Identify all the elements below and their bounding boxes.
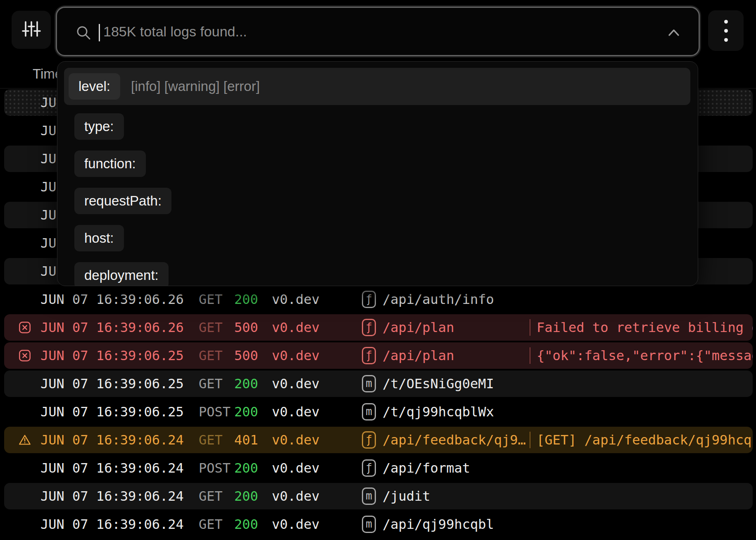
log-timestamp: JUN 07 16:39:06.24 [40, 488, 199, 504]
log-timestamp: JUN 07 16:39:06.26 [40, 292, 199, 307]
host: v0.dev [272, 432, 362, 448]
suggestion-item-level[interactable]: level:[info] [warning] [error] [64, 68, 690, 105]
log-row[interactable]: JUN 07 16:39:06.24GET200v0.devm/judit [0, 482, 756, 510]
level-icon-slot [18, 265, 31, 278]
host: v0.dev [272, 348, 362, 363]
status-code: 200 [234, 292, 272, 307]
log-row-content: JUN 07 16:39:06.24GET401v0.devƒ/api/feed… [4, 427, 753, 453]
log-timestamp: JUN 07 16:39:06.24 [40, 460, 199, 476]
function-icon: ƒ [362, 319, 376, 336]
request-path: /api/qj99hcqbl [383, 516, 530, 532]
status-code: 401 [234, 432, 272, 448]
http-method: GET [199, 376, 234, 392]
search-bar [56, 7, 700, 56]
log-row-content: JUN 07 16:39:06.24POST200v0.devƒ/api/for… [4, 455, 753, 481]
host: v0.dev [272, 292, 362, 307]
log-message: {"ok":false,"error":{"messag [537, 348, 753, 363]
log-row-content: JUN 07 16:39:06.25GET500v0.devƒ/api/plan… [4, 342, 753, 369]
level-icon-slot [18, 405, 31, 418]
chevron-up-icon[interactable] [666, 27, 681, 40]
log-row-content: JUN 07 16:39:06.24GET200v0.devm/api/qj99… [4, 511, 753, 538]
log-message: Failed to retrieve billing d [537, 320, 753, 335]
log-row-content: JUN 07 16:39:06.26GET500v0.devƒ/api/plan… [4, 314, 753, 341]
host: v0.dev [272, 404, 362, 420]
request-path: /api/plan [383, 348, 530, 363]
status-code: 500 [234, 320, 272, 335]
log-row-content: JUN 07 16:39:06.25GET200v0.devm/t/OEsNiG… [4, 370, 753, 397]
log-timestamp: JUN 07 16:39:06.25 [40, 404, 199, 420]
function-icon: ƒ [362, 431, 376, 449]
host: v0.dev [272, 320, 362, 335]
suggestion-item-function[interactable]: function: [74, 151, 146, 177]
log-timestamp: JUN 07 16:39:06.24 [40, 432, 199, 448]
log-row[interactable]: JUN 07 16:39:06.25GET500v0.devƒ/api/plan… [0, 342, 756, 370]
log-row[interactable]: JUN 07 16:39:06.25POST200v0.devm/t/qj99h… [0, 398, 756, 426]
suggestion-item-deployment[interactable]: deployment: [74, 262, 169, 286]
host: v0.dev [272, 488, 362, 504]
log-message: [GET] /api/feedback/qj99hcqb [537, 432, 753, 448]
status-code: 500 [234, 348, 272, 363]
request-path: /api/feedback/qj9… [383, 432, 530, 448]
level-icon-slot [18, 490, 31, 503]
log-row[interactable]: JUN 07 16:39:06.26GET200v0.devƒ/api/auth… [0, 285, 756, 313]
warning-icon [18, 433, 31, 447]
log-row[interactable]: JUN 07 16:39:06.24POST200v0.devƒ/api/for… [0, 454, 756, 482]
log-row-content: JUN 07 16:39:06.26GET200v0.devƒ/api/auth… [4, 286, 753, 313]
suggestion-hint: [info] [warning] [error] [131, 79, 260, 94]
log-row-content: JUN 07 16:39:06.24GET200v0.devm/judit [4, 483, 753, 509]
http-method: GET [199, 432, 234, 448]
message-divider [530, 347, 530, 364]
function-icon: ƒ [362, 291, 376, 308]
error-icon [18, 349, 31, 362]
function-icon: ƒ [362, 347, 376, 364]
level-icon-slot [18, 152, 31, 165]
request-path: /judit [383, 488, 530, 504]
http-method: GET [199, 348, 234, 363]
level-icon-slot [18, 180, 31, 194]
log-timestamp: JUN 07 16:39:06.25 [40, 348, 199, 363]
middleware-icon: m [362, 403, 376, 421]
request-path: /api/auth/info [383, 292, 530, 307]
http-method: POST [199, 404, 234, 420]
request-path: /t/OEsNiGg0eMI [383, 376, 530, 392]
level-icon-slot [18, 96, 31, 109]
log-row[interactable]: JUN 07 16:39:06.24GET401v0.devƒ/api/feed… [0, 426, 756, 454]
toolbar [0, 0, 756, 61]
request-path: /api/format [383, 460, 530, 476]
http-method: GET [199, 292, 234, 307]
search-input[interactable] [57, 8, 699, 55]
http-method: GET [199, 488, 234, 504]
level-icon-slot [18, 518, 31, 531]
level-icon-slot [18, 237, 31, 250]
level-icon-slot [18, 461, 31, 475]
log-row[interactable]: JUN 07 16:39:06.25GET200v0.devm/t/OEsNiG… [0, 370, 756, 398]
log-row[interactable]: JUN 07 16:39:06.24GET200v0.devm/api/qj99… [0, 510, 756, 538]
http-method: GET [199, 320, 234, 335]
status-code: 200 [234, 488, 272, 504]
log-timestamp: JUN 07 16:39:06.25 [40, 376, 199, 392]
request-path: /t/qj99hcqblWx [383, 404, 530, 420]
sliders-icon [21, 19, 41, 41]
host: v0.dev [272, 516, 362, 532]
suggestion-item-host[interactable]: host: [74, 225, 124, 251]
overflow-menu-button[interactable] [708, 10, 744, 51]
log-row-content: JUN 07 16:39:06.25POST200v0.devm/t/qj99h… [4, 399, 753, 425]
http-method: GET [199, 516, 234, 532]
message-divider [530, 319, 530, 336]
log-row[interactable]: JUN 07 16:39:06.26GET500v0.devƒ/api/plan… [0, 313, 756, 342]
level-icon-slot [18, 208, 31, 222]
kebab-vertical-icon [724, 20, 728, 42]
status-code: 200 [234, 376, 272, 392]
level-icon-slot [18, 377, 31, 390]
middleware-icon: m [362, 487, 376, 505]
message-divider [530, 432, 530, 448]
suggestion-item-type[interactable]: type: [74, 113, 124, 140]
filter-suggestions-dropdown: level:[info] [warning] [error]type:funct… [57, 61, 698, 286]
level-icon-slot [18, 124, 31, 137]
status-code: 200 [234, 460, 272, 476]
request-path: /api/plan [383, 320, 530, 335]
suggestion-item-requestPath[interactable]: requestPath: [74, 188, 171, 214]
http-method: POST [199, 460, 234, 476]
filter-button[interactable] [12, 11, 51, 49]
log-timestamp: JUN 07 16:39:06.24 [40, 516, 199, 532]
